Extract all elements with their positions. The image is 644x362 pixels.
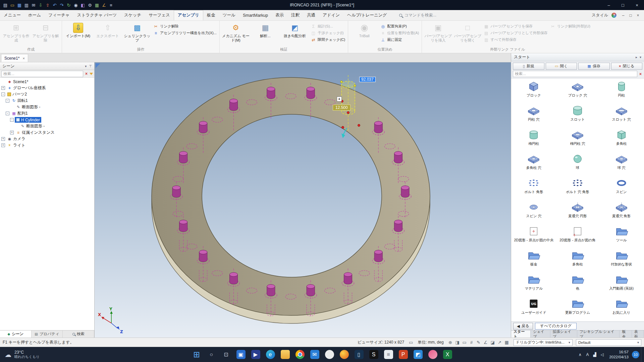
snap-icon[interactable]: #	[468, 339, 475, 346]
catalog-item[interactable]: ツール	[599, 224, 643, 248]
grid-icon[interactable]: ▦	[94, 1, 100, 9]
render-icon[interactable]: ◧	[79, 1, 86, 9]
catalog-open-button[interactable]: 開く	[546, 63, 577, 70]
powerpoint-icon[interactable]: P	[396, 347, 411, 362]
style-button[interactable]: スタイル	[592, 12, 608, 18]
interference-check-button[interactable]: 干渉チェック(I)	[310, 30, 346, 36]
assembly-tree-output-button[interactable]: アセンブリツリー構造を出力(X)...	[152, 30, 218, 36]
search-button[interactable]: ○	[204, 347, 219, 362]
chevron-right-icon[interactable]: ▸	[636, 55, 637, 59]
tree-item-section1[interactable]: 断面図形 -	[0, 104, 94, 110]
pin-icon[interactable]: ⊤	[89, 64, 92, 68]
notepad-icon[interactable]: ≡	[381, 347, 396, 362]
edge-icon[interactable]: e	[263, 347, 278, 362]
refresh-icon[interactable]: ↻	[65, 1, 72, 9]
tab-surface[interactable]: サーフェス	[145, 10, 174, 20]
catalog-tab-sheetmetal[interactable]: 板金	[620, 330, 632, 338]
dimension-value-box[interactable]: 92.037	[359, 76, 376, 82]
direction-icon[interactable]: ↗	[496, 339, 503, 346]
weather-widget[interactable]: ☁ 23°C 晴れのちくもり	[0, 347, 44, 362]
shrinkwrap-button[interactable]: シュリンクラップ	[122, 21, 152, 44]
maximize-button[interactable]: □	[616, 0, 630, 10]
tree-item-global-coord[interactable]: +グローバル座標系	[0, 85, 94, 91]
move-handle-icon[interactable]: +	[337, 97, 342, 102]
catalog-item[interactable]: 2D図形 - 原点が図の角	[556, 224, 600, 248]
open-part-assembly-button[interactable]: パーツ/アセンブリを開く	[453, 21, 482, 44]
tab-addin[interactable]: アドイン	[319, 10, 343, 20]
menu-icon[interactable]: ≡	[108, 1, 114, 9]
material-icon[interactable]: ◪	[489, 339, 496, 346]
sketch-icon[interactable]: ✎	[475, 339, 482, 346]
units-label[interactable]: 単位: mm, deg	[418, 340, 443, 345]
catalog-item[interactable]: 球 穴	[599, 152, 643, 176]
tab-sheet-metal[interactable]: 板金	[203, 10, 219, 20]
catalog-item[interactable]: 球	[556, 152, 600, 176]
placement-constraint-button[interactable]: 配置拘束(P)	[379, 23, 420, 29]
analysis-button[interactable]: 解析...	[251, 21, 280, 44]
tree-item-hcylinder[interactable]: -H Cylinder	[0, 117, 94, 123]
all-catalogs-button[interactable]: すべてのカタログ	[535, 323, 577, 329]
expander-icon[interactable]: +	[1, 86, 5, 90]
draft-analysis-button[interactable]: 抜き勾配分析	[280, 21, 310, 44]
expander-icon[interactable]: +	[10, 131, 14, 134]
grid-display-icon[interactable]: ▦	[503, 339, 510, 346]
undo-icon[interactable]: ↶	[51, 1, 58, 9]
tab-assembly[interactable]: アセンブリ	[174, 10, 203, 20]
redo-icon[interactable]: ↷	[58, 1, 65, 9]
catalog-tab-surface[interactable]: 表面	[632, 330, 644, 338]
tab-view[interactable]: 表示	[272, 10, 287, 20]
scene-search-input[interactable]: 検索...	[1, 71, 83, 77]
mail-icon[interactable]: ✉	[30, 1, 37, 9]
dimension-value-box[interactable]: 12.500	[333, 105, 351, 111]
configuration-dropdown[interactable]: Default	[576, 339, 641, 346]
align-mate-button[interactable]: 位置を整列/合致(A)	[379, 30, 420, 36]
tree-item-revolve1[interactable]: -回転1	[0, 98, 94, 104]
ime-icon[interactable]: A	[584, 352, 591, 357]
catalog-tab-shapes[interactable]: シェイプ	[531, 330, 550, 338]
catalog-item[interactable]: 更新プログラム	[556, 296, 600, 320]
tree-item-scene[interactable]: Scene1*	[0, 78, 94, 85]
display-icon[interactable]: ▭	[461, 339, 468, 346]
clearance-check-button[interactable]: 隙間チェック(C)	[310, 37, 346, 43]
clock[interactable]: 16:57 2022/04/13	[606, 350, 631, 359]
catalog-item[interactable]: 板金	[512, 248, 556, 272]
notification-badge[interactable]: 10	[632, 351, 639, 358]
tree-item-part2[interactable]: -パーツ2	[0, 91, 94, 98]
ribbon-restore-button[interactable]: □	[627, 13, 634, 18]
catalog-item[interactable]: ブロック	[512, 79, 556, 103]
tab-help-training[interactable]: ヘルプ/トレーニング	[343, 10, 390, 20]
zoom-icon[interactable]: ⊕	[447, 339, 454, 346]
show-desktop-button[interactable]	[641, 347, 643, 362]
tab-scene-panel[interactable]: シーン	[0, 330, 32, 338]
catalog-item[interactable]: お気に入り	[599, 296, 643, 320]
import-icon[interactable]: ⇩	[37, 1, 44, 9]
ribbon-close-button[interactable]: ×	[635, 13, 641, 18]
task-view-button[interactable]: ⊡	[219, 347, 233, 362]
excel-icon[interactable]: X	[440, 347, 455, 362]
catalog-item[interactable]: UGユーザーガイド	[512, 296, 556, 320]
volume-icon[interactable]: ◁	[598, 352, 606, 357]
ribbon-minimize-button[interactable]: –	[620, 13, 627, 18]
expander-icon[interactable]: +	[1, 143, 5, 147]
media-player-icon[interactable]: ▶	[248, 347, 263, 362]
viewport-3d[interactable]: YXZ 92.037 12.500 +	[95, 62, 511, 338]
catalog-tab-flexshapes[interactable]: フレキシブル シェイプ	[577, 330, 620, 338]
chrome-icon[interactable]	[292, 347, 307, 362]
back-button[interactable]: ◀戻る	[513, 323, 533, 329]
catalog-item[interactable]: マテリアル	[512, 272, 556, 296]
statistics-button[interactable]: 統計(S)...	[310, 23, 346, 29]
catalog-item[interactable]: ボルト 角形	[512, 176, 556, 200]
catalog-item[interactable]: 貫通穴 円形	[556, 200, 600, 224]
save-as-external-button[interactable]: パーツ/アセンブリとして外部保存	[482, 30, 549, 36]
catalog-item[interactable]: 円柱 穴	[512, 103, 556, 127]
catalog-item[interactable]: スロット 穴	[599, 103, 643, 127]
catalog-item[interactable]: 円柱	[599, 79, 643, 103]
snip-icon[interactable]: ▣	[233, 347, 248, 362]
catalog-tab-start[interactable]: スタート	[511, 330, 531, 338]
catalog-new-button[interactable]: 新規	[513, 63, 544, 70]
angle-icon[interactable]: ∠	[482, 339, 489, 346]
snapshot-icon[interactable]: ◉	[72, 1, 79, 9]
triball-button[interactable]: TriBall	[350, 21, 379, 40]
help-icon[interactable]: ?	[611, 13, 616, 18]
studio-icon[interactable]: S	[366, 347, 381, 362]
